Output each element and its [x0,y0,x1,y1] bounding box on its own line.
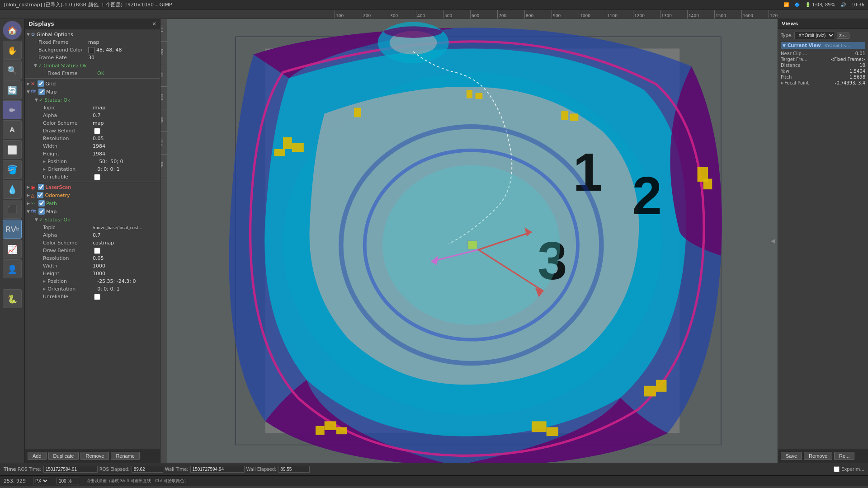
toolbar-person[interactable]: 👤 [3,259,22,278]
experiment-checkbox[interactable] [834,466,840,472]
map2-height-name: Height [43,271,93,277]
odometry-checkbox[interactable] [37,192,43,198]
displays-content[interactable]: ▼ ⚙ Global Options Fixed Frame map Backg… [25,29,160,449]
map1-height-name: Height [43,151,93,157]
map2-unreliable-row[interactable]: Unreliable [25,293,160,300]
laserscan-checkbox[interactable] [38,184,44,190]
map2-width-name: Width [43,263,93,269]
displays-header: Displays ✕ [25,19,160,29]
laserscan-row[interactable]: ▶ ◉ LaserScan [25,183,160,191]
map2-status-row[interactable]: ▼ ✓ Status: Ok [25,216,160,224]
map1-position-value: -50; -50; 0 [97,159,123,164]
map-viewport[interactable]: 1 2 3 ◀ [167,19,778,463]
map1-orientation-row[interactable]: ▶ Orientation 0; 0; 0; 1 [25,165,160,173]
view-pitch-row[interactable]: Pitch 1.5698 [781,74,865,80]
map2-drawbehind-row[interactable]: Draw Behind [25,247,160,254]
fixed-frame-row[interactable]: Fixed Frame map [25,38,160,46]
svg-rect-28 [467,90,472,98]
map1-alpha-row[interactable]: Alpha 0.7 [25,112,160,119]
svg-rect-29 [476,93,483,99]
map1-colorscheme-row[interactable]: Color Scheme map [25,119,160,127]
path-row[interactable]: ▶ 〰 Path [25,199,160,207]
zoom-input[interactable] [57,478,79,484]
wall-elapsed-input[interactable] [278,466,310,473]
duplicate-button[interactable]: Duplicate [48,452,79,460]
grid-checkbox[interactable] [38,80,44,87]
save-view-button[interactable]: Save [781,452,802,460]
viewport-resize-handle[interactable]: ◀ [771,238,775,244]
background-color-row[interactable]: Background Color 48; 48; 48 [25,46,160,54]
global-status-row[interactable]: ▼ ✓ Global Status: Ok [25,61,160,70]
displays-close[interactable]: ✕ [152,21,156,27]
view-targetframe-row[interactable]: Target Fra... <Fixed Frame> [781,56,865,62]
odometry-row[interactable]: ▶ △ Odometry [25,191,160,199]
fixed-frame-status-row[interactable]: Fixed Frame OK [25,70,160,77]
odometry-label: Odometry [45,192,70,198]
wall-time-input[interactable] [190,466,245,473]
map1-unreliable-row[interactable]: Unreliable [25,173,160,181]
path-checkbox[interactable] [38,200,45,206]
toolbar-crop[interactable]: ⬛ [3,200,22,219]
map-row-1[interactable]: ▼ 🗺 Map [25,88,160,96]
rename-button[interactable]: Rename [111,452,140,460]
toolbar-zoom-in[interactable]: 🔍 [3,61,22,80]
map-row-2[interactable]: ▼ 🗺 Map [25,207,160,216]
map2-topic-row[interactable]: Topic /move_base/local_cost... [25,224,160,231]
frame-rate-row[interactable]: Frame Rate 30 [25,54,160,61]
add-button[interactable]: Add [28,452,47,460]
map1-unreliable-checkbox[interactable] [94,174,100,180]
units-select[interactable]: PX [33,478,49,484]
view-yaw-row[interactable]: Yaw 1.5404 [781,68,865,74]
ros-elapsed-input[interactable] [132,466,163,473]
toolbar-eyedrop[interactable]: 💧 [3,180,22,199]
view-nearclip-name: Near Clip ... [781,51,807,56]
map1-resolution-row[interactable]: Resolution 0.05 [25,135,160,142]
time-bar: Time ROS Time: ROS Elapsed: Wall Time: W… [0,463,868,475]
views-type-select[interactable]: XYOrbit (rviz) [794,32,835,39]
toolbar-chart[interactable]: 📈 [3,239,22,258]
toolbar-pencil[interactable]: ✏️ [3,100,22,119]
views-zero-button[interactable]: Ze... [837,33,849,39]
toolbar-text[interactable]: A [3,120,22,139]
svg-rect-2 [283,137,292,149]
map2-position-row[interactable]: ▶ Position -25.35; -24.3; 0 [25,277,160,285]
map1-width-row[interactable]: Width 1984 [25,142,160,150]
map2-colorscheme-row[interactable]: Color Scheme costmap [25,239,160,247]
map2-unreliable-checkbox[interactable] [94,294,100,300]
toolbar-rviz[interactable]: RViz [3,220,22,239]
map2-checkbox[interactable] [38,208,45,215]
map2-resolution-row[interactable]: Resolution 0.05 [25,254,160,262]
toolbar-home[interactable]: 🏠 [3,21,22,40]
views-footer: Save Remove Re... [778,449,868,463]
map2-orientation-row[interactable]: ▶ Orientation 0; 0; 0; 1 [25,285,160,293]
toolbar-eraser[interactable]: ⬜ [3,140,22,159]
map1-topic-row[interactable]: Topic /map [25,104,160,112]
ros-time-input[interactable] [43,466,98,473]
grid-row[interactable]: ▶ ✕ Grid [25,80,160,88]
view-focalpoint-row[interactable]: ▶Focal Point -0.74393; 3.4 [781,80,865,86]
map2-orientation-name: Orientation [47,286,97,292]
toolbar-rotate[interactable]: 🔄 [3,80,22,99]
map2-alpha-row[interactable]: Alpha 0.7 [25,231,160,239]
map1-position-name: Position [47,159,97,164]
map1-status-row[interactable]: ▼ ✓ Status: Ok [25,96,160,104]
map2-width-row[interactable]: Width 1000 [25,262,160,270]
remove-button[interactable]: Remove [80,452,109,460]
map1-checkbox[interactable] [38,89,45,95]
map2-orientation-value: 0; 0; 0; 1 [97,286,120,292]
map2-drawbehind-checkbox[interactable] [94,248,100,254]
view-nearclip-row[interactable]: Near Clip ... 0.01 [781,51,865,56]
map1-position-row[interactable]: ▶ Position -50; -50; 0 [25,158,160,165]
toolbar-move[interactable]: ✋ [3,41,22,60]
view-distance-row[interactable]: Distance 10 [781,62,865,68]
map1-height-row[interactable]: Height 1984 [25,150,160,158]
remove-view-button[interactable]: Remove [804,452,832,460]
reset-view-button[interactable]: Re... [834,452,854,460]
map1-drawbehind-row[interactable]: Draw Behind [25,127,160,135]
toolbar-snake[interactable]: 🐍 [3,289,22,308]
map1-drawbehind-checkbox[interactable] [94,128,100,134]
global-options-row[interactable]: ▼ ⚙ Global Options [25,30,160,38]
toolbar-fill[interactable]: 🪣 [3,160,22,179]
map2-height-row[interactable]: Height 1000 [25,270,160,277]
views-type-row[interactable]: Type: XYOrbit (rviz) Ze... [781,32,865,39]
